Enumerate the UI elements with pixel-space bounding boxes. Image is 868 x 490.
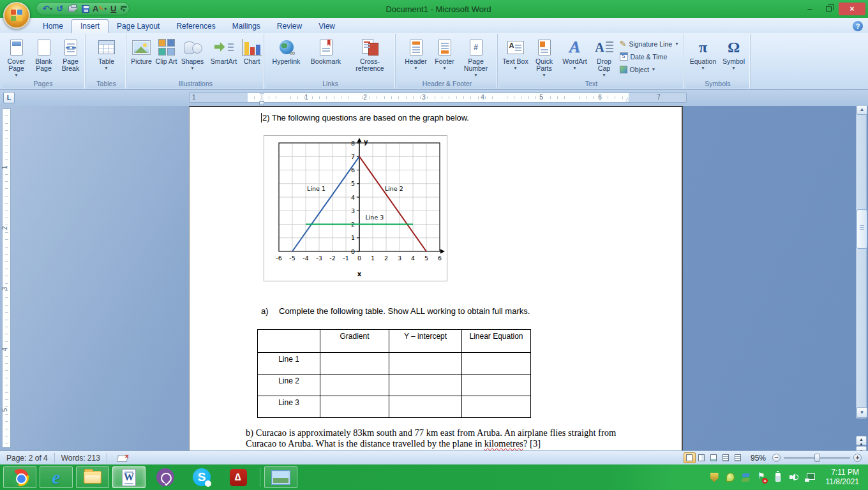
page-indicator[interactable]: Page: 2 of 4 bbox=[0, 453, 55, 463]
empty-cell[interactable] bbox=[462, 396, 531, 418]
left-indent-marker[interactable] bbox=[259, 101, 264, 105]
taskbar-file-explorer-button[interactable] bbox=[76, 466, 109, 488]
vertical-ruler[interactable]: 12345 bbox=[2, 108, 11, 448]
taskbar-photos-button[interactable] bbox=[264, 466, 297, 488]
scrollbar-thumb[interactable] bbox=[857, 209, 867, 249]
chart-button[interactable]: Chart bbox=[241, 35, 264, 78]
tab-page-layout[interactable]: Page Layout bbox=[108, 20, 168, 33]
empty-cell[interactable] bbox=[320, 396, 389, 418]
empty-cell[interactable] bbox=[389, 353, 462, 375]
table-header-cell[interactable] bbox=[258, 330, 320, 353]
undo-dropdown-icon[interactable]: ▾ bbox=[50, 6, 52, 11]
cover-page-button[interactable]: Cover Page▼ bbox=[3, 35, 31, 78]
row-label-cell[interactable]: Line 2 bbox=[258, 375, 320, 396]
embedded-graph[interactable]: 012345678-6-5-4-3-2-10123456yxLine 1Line… bbox=[264, 135, 447, 281]
minimize-button[interactable]: – bbox=[800, 3, 819, 15]
hyperlink-button[interactable]: Hyperlink bbox=[267, 35, 306, 78]
page-number-button[interactable]: # Page Number▼ bbox=[459, 35, 493, 78]
tab-mailings[interactable]: Mailings bbox=[224, 20, 269, 33]
zoom-out-button[interactable]: − bbox=[772, 454, 781, 462]
tab-view[interactable]: View bbox=[310, 20, 343, 33]
drop-cap-button[interactable]: A Drop Cap▼ bbox=[591, 35, 618, 78]
proofing-status[interactable] bbox=[107, 453, 138, 463]
restore-button[interactable] bbox=[819, 3, 838, 15]
taskbar-word-button[interactable]: W bbox=[112, 466, 146, 488]
row-label-cell[interactable]: Line 3 bbox=[258, 396, 320, 418]
quick-print-button[interactable] bbox=[67, 3, 79, 14]
empty-cell[interactable] bbox=[320, 353, 389, 375]
scrollbar-track[interactable]: ▲ ▼ bbox=[856, 106, 867, 419]
taskbar-clock[interactable]: 7:11 PM11/8/2021 bbox=[821, 468, 863, 487]
bluestacks-icon[interactable] bbox=[741, 472, 751, 482]
clip-art-button[interactable]: Clip Art bbox=[155, 35, 178, 78]
text-box-button[interactable]: A Text Box▼ bbox=[502, 35, 530, 78]
empty-cell[interactable] bbox=[462, 375, 531, 396]
zoom-in-button[interactable]: + bbox=[853, 454, 862, 462]
tab-home[interactable]: Home bbox=[34, 20, 71, 33]
picture-button[interactable]: Picture bbox=[128, 35, 155, 78]
antivirus-shield-icon[interactable] bbox=[709, 472, 719, 482]
taskbar-viber-button[interactable] bbox=[149, 466, 182, 488]
outline-view-button[interactable] bbox=[720, 452, 732, 463]
table-header-cell[interactable]: Y – intercept bbox=[389, 330, 462, 353]
tab-references[interactable]: References bbox=[168, 20, 223, 33]
table-header-cell[interactable]: Gradient bbox=[320, 330, 389, 353]
empty-cell[interactable] bbox=[320, 375, 389, 396]
font-style-dropdown-icon[interactable]: ▾ bbox=[105, 6, 107, 11]
zoom-slider-track[interactable] bbox=[784, 457, 850, 459]
office-button[interactable] bbox=[3, 2, 30, 29]
font-style-button[interactable]: A✎▾ bbox=[93, 3, 107, 14]
select-browse-object-button[interactable]: ● bbox=[856, 446, 867, 450]
taskbar-skype-button[interactable]: S bbox=[185, 466, 218, 488]
hanging-indent-marker[interactable]: △ bbox=[260, 97, 264, 101]
print-layout-view-button[interactable] bbox=[684, 452, 696, 463]
quick-parts-button[interactable]: Quick Parts▼ bbox=[530, 35, 559, 78]
web-layout-view-button[interactable] bbox=[708, 452, 720, 463]
help-button[interactable]: ? bbox=[853, 21, 863, 31]
document-page[interactable]: 2) The following questions are based on … bbox=[189, 106, 683, 450]
underline-button[interactable]: U bbox=[108, 3, 119, 14]
table-button[interactable]: Table▼ bbox=[91, 35, 123, 78]
action-center-flag-icon[interactable] bbox=[757, 472, 767, 482]
smartart-button[interactable]: SmartArt bbox=[207, 35, 241, 78]
shapes-button[interactable]: Shapes▼ bbox=[178, 35, 207, 78]
zoom-slider-thumb[interactable] bbox=[814, 454, 820, 462]
empty-cell[interactable] bbox=[389, 396, 462, 418]
customize-qat-button[interactable]: ▬▾ bbox=[120, 4, 128, 13]
previous-page-button[interactable]: ▲▲ bbox=[856, 436, 867, 445]
word-count[interactable]: Words: 213 bbox=[55, 453, 107, 463]
bookmark-button[interactable]: Bookmark bbox=[306, 35, 346, 78]
empty-cell[interactable] bbox=[389, 375, 462, 396]
draft-view-button[interactable] bbox=[732, 452, 744, 463]
taskbar-chrome-button[interactable] bbox=[3, 466, 36, 488]
signature-line-button[interactable]: ✎ Signature Line▼ bbox=[618, 38, 682, 49]
object-button[interactable]: Object▼ bbox=[618, 64, 682, 75]
symbol-button[interactable]: Ω Symbol▼ bbox=[719, 35, 749, 78]
horizontal-ruler[interactable]: 11234567 ▽ △ △ bbox=[189, 93, 687, 103]
battery-icon[interactable] bbox=[773, 472, 783, 482]
wordart-button[interactable]: A WordArt▼ bbox=[559, 35, 591, 78]
taskbar-acrobat-button[interactable]: ∆ bbox=[221, 466, 255, 488]
close-button[interactable]: × bbox=[839, 3, 865, 15]
cross-reference-button[interactable]: Cross-reference bbox=[346, 35, 394, 78]
blank-page-button[interactable]: Blank Page bbox=[31, 35, 57, 78]
date-time-button[interactable]: 5 Date & Time bbox=[618, 51, 682, 62]
scroll-up-button[interactable]: ▲ bbox=[857, 106, 867, 115]
row-label-cell[interactable]: Line 1 bbox=[258, 353, 320, 375]
table-header-cell[interactable]: Linear Equation bbox=[462, 330, 531, 353]
equation-button[interactable]: π Equation▼ bbox=[687, 35, 719, 78]
volume-icon[interactable] bbox=[789, 472, 799, 482]
tab-stop-selector[interactable]: L bbox=[3, 92, 15, 103]
network-icon[interactable] bbox=[805, 472, 815, 482]
tab-insert[interactable]: Insert bbox=[71, 19, 108, 33]
save-button[interactable] bbox=[80, 3, 91, 14]
taskbar-internet-explorer-button[interactable]: e bbox=[40, 466, 73, 488]
right-indent-marker[interactable]: △ bbox=[625, 97, 629, 101]
tab-review[interactable]: Review bbox=[269, 20, 310, 33]
full-screen-reading-view-button[interactable] bbox=[696, 452, 708, 463]
page-break-button[interactable]: Page Break bbox=[57, 35, 84, 78]
lime-icon[interactable] bbox=[725, 472, 735, 482]
redo-button[interactable]: ↺ bbox=[54, 3, 66, 14]
undo-button[interactable]: ↶▾ bbox=[41, 3, 53, 14]
scroll-down-button[interactable]: ▼ bbox=[857, 407, 867, 418]
